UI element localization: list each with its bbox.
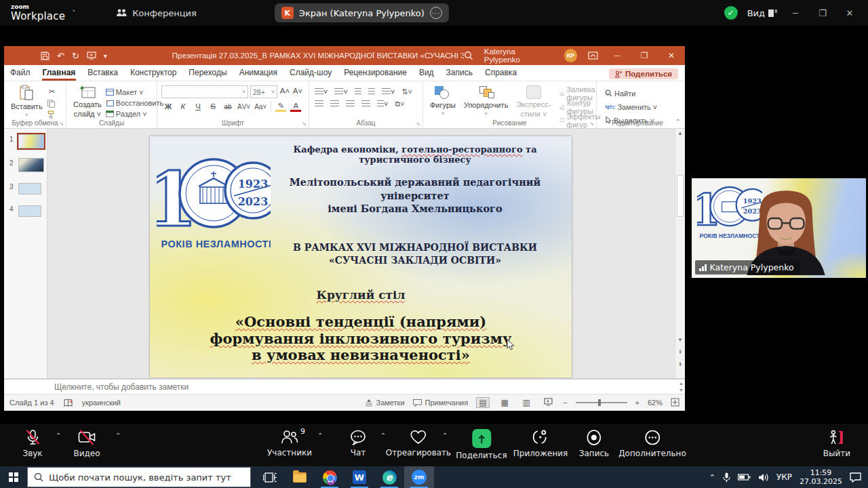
audio-options-chevron-icon[interactable]: ⌃ (56, 432, 61, 439)
tray-volume-icon[interactable] (758, 473, 769, 482)
copy-icon[interactable] (47, 100, 56, 108)
notes-pane[interactable]: Щелкните, чтобы добавить заметки ▲▼ (4, 378, 685, 394)
slide-2-thumbnail[interactable] (18, 158, 44, 172)
vertical-scrollbar[interactable]: ▲ ▼ ⇞ ⇟ (675, 129, 685, 378)
participants-chevron-icon[interactable]: ⌃ (317, 432, 323, 439)
action-center-icon[interactable] (850, 472, 861, 483)
zoom-slider[interactable] (576, 402, 627, 403)
comments-toggle[interactable]: Примечания (413, 399, 469, 407)
audio-button[interactable]: Звук (22, 429, 42, 458)
ppt-minimize-button[interactable]: ─ (609, 51, 625, 60)
video-options-chevron-icon[interactable]: ⌃ (115, 432, 121, 439)
leave-button[interactable]: Выйти (823, 429, 850, 458)
start-presentation-icon[interactable] (87, 52, 96, 60)
new-slide-button[interactable]: Создать слайд ˅ (69, 84, 106, 119)
tab-help[interactable]: Справка (479, 66, 523, 81)
screen-tab-more-icon[interactable]: ··· (430, 7, 442, 19)
highlight-color-button[interactable]: ✎ (275, 101, 286, 112)
react-chevron-icon[interactable]: ⌃ (442, 432, 448, 439)
layout-button[interactable]: Макет ˅ (106, 87, 163, 96)
task-view-button[interactable] (255, 466, 285, 488)
zoom-slider-knob[interactable] (598, 399, 601, 406)
reading-view-button[interactable]: ▥ (519, 398, 533, 407)
replace-button[interactable]: ᵃ⇄cЗаменить ˅ (605, 101, 675, 113)
notes-scroll-icons[interactable]: ▲▼ (679, 380, 684, 394)
tray-mic-icon[interactable] (723, 472, 730, 483)
decrease-font-icon[interactable]: A˅ (292, 85, 303, 96)
convert-smartart-button[interactable]: ⧉˅ (395, 100, 404, 108)
thumbnail-slide-4[interactable]: 4 (9, 204, 47, 217)
zoom-close-button[interactable]: ✕ (841, 8, 859, 18)
redo-icon[interactable]: ↻ (72, 51, 79, 61)
spellcheck-icon[interactable] (64, 399, 73, 407)
taskbar-search-box[interactable]: Щоби почати пошук, введіть запит тут (27, 467, 251, 487)
numbering-button[interactable]: ˅ (334, 87, 347, 96)
tab-slideshow[interactable]: Слайд-шоу (283, 66, 338, 81)
strikethrough-button[interactable]: S (208, 101, 218, 112)
zoom-minimize-button[interactable]: ─ (787, 8, 804, 18)
participants-button[interactable]: 9 Участники (267, 429, 312, 458)
decrease-indent-button[interactable] (355, 87, 361, 96)
section-button[interactable]: Раздел ˅ (106, 110, 163, 119)
account-avatar[interactable]: КР (564, 49, 578, 62)
react-button[interactable]: Отреагировать (386, 429, 451, 458)
apps-button[interactable]: Приложения (513, 429, 568, 458)
columns-button[interactable]: ˅ (377, 100, 388, 108)
cut-icon[interactable]: ✂ (47, 87, 58, 97)
tray-language-indicator[interactable]: УКР (776, 472, 792, 482)
font-size-combo[interactable]: 28+˅ (250, 85, 277, 98)
tab-shared-screen[interactable]: K Экран (Kateryna Pylypenko) ··· (275, 3, 449, 22)
ppt-share-button[interactable]: Поделиться (609, 68, 678, 79)
increase-font-icon[interactable]: A˄ (279, 85, 290, 96)
tab-review[interactable]: Рецензирование (338, 66, 413, 81)
zoom-app-button[interactable]: zm (404, 466, 434, 488)
change-case-button[interactable]: Aa˅ (254, 101, 267, 112)
arrange-button[interactable]: Упорядочить ˅ (460, 84, 512, 119)
customize-qat-icon[interactable]: ▾ (104, 52, 107, 60)
notes-toggle[interactable]: Заметки (365, 399, 405, 407)
notes-placeholder[interactable]: Щелкните, чтобы добавить заметки (54, 382, 189, 392)
slide-sorter-view-button[interactable]: ▦ (498, 398, 511, 407)
edge-button[interactable]: e (374, 466, 404, 488)
slideshow-view-button[interactable] (541, 398, 555, 408)
text-shadow-button[interactable]: ab (222, 101, 233, 112)
scroll-down-icon[interactable]: ▼ (675, 337, 685, 343)
line-spacing-button[interactable]: ˅ (382, 87, 395, 96)
tab-record[interactable]: Запись (440, 66, 479, 81)
justify-button[interactable] (361, 100, 370, 108)
underline-button[interactable]: Ч (193, 101, 203, 112)
drawing-dialog-launcher-icon[interactable]: ⇘ (589, 121, 594, 127)
video-button[interactable]: Видео (73, 429, 100, 458)
save-icon[interactable] (41, 52, 50, 60)
font-color-button[interactable]: А (290, 101, 301, 112)
scroll-up-icon[interactable]: ▲ (675, 130, 685, 136)
ppt-close-button[interactable]: ✕ (663, 51, 679, 60)
security-shield-icon[interactable]: ✓ (724, 6, 738, 20)
character-spacing-button[interactable]: АV˅ (237, 101, 250, 112)
share-screen-button[interactable]: Поделиться (456, 429, 507, 460)
tray-battery-icon[interactable] (738, 473, 751, 481)
normal-view-button[interactable]: ▤ (476, 397, 490, 408)
fit-to-window-button[interactable] (671, 398, 679, 408)
start-button[interactable] (0, 466, 27, 488)
shapes-button[interactable]: Фигуры ˅ (426, 84, 460, 119)
scrollbar-thumb[interactable] (677, 175, 684, 217)
record-button[interactable]: Запись (579, 429, 609, 458)
next-slide-icon[interactable]: ⇟ (675, 361, 685, 367)
more-button[interactable]: Дополнительно (618, 429, 686, 458)
tab-file[interactable]: Файл (4, 66, 37, 81)
increase-indent-button[interactable] (368, 87, 375, 96)
tab-meeting[interactable]: Конференция (116, 8, 197, 18)
file-explorer-button[interactable] (285, 466, 315, 488)
ppt-search-icon[interactable] (464, 51, 473, 60)
align-center-button[interactable] (330, 100, 339, 108)
previous-slide-icon[interactable]: ⇞ (675, 349, 685, 355)
chat-button[interactable]: Чат (349, 429, 367, 458)
tab-design[interactable]: Конструктор (124, 66, 182, 81)
slide-4-thumbnail[interactable] (18, 205, 41, 217)
paste-button[interactable]: Вставить ˅ (7, 84, 47, 119)
tab-transitions[interactable]: Переходы (182, 66, 233, 81)
ppt-restore-button[interactable]: ❐ (636, 51, 652, 60)
quick-styles-button[interactable]: Экспресс- стили ˅ (512, 84, 555, 119)
align-left-button[interactable] (315, 100, 323, 108)
